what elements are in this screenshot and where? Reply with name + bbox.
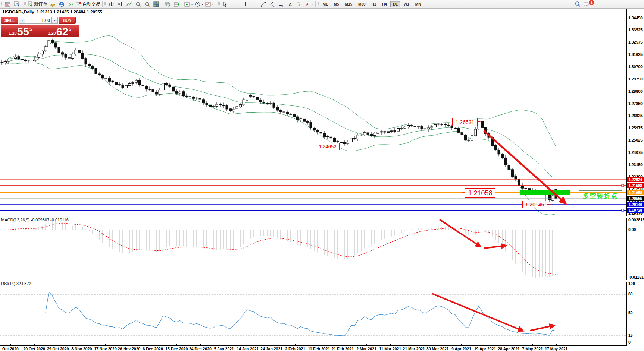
new-chart-button[interactable]: ▼ xyxy=(184,0,194,8)
timeframe-h1[interactable]: H1 xyxy=(369,1,379,7)
search-icon[interactable] xyxy=(573,0,582,8)
vertical-line-tool-icon[interactable] xyxy=(241,0,250,8)
arrange-windows-icon[interactable] xyxy=(172,0,181,8)
market-watch-icon[interactable] xyxy=(48,0,57,8)
data-window-icon[interactable] xyxy=(12,0,21,8)
main-toolbar: 新订单 自动交易 ▼ ▼ ▼ E F A T ▼ xyxy=(0,0,644,9)
date-axis-label: 2 Feb 2021 xyxy=(285,347,305,351)
price-badge: 1.20555 xyxy=(627,196,644,201)
price-axis-label: 1.31625 xyxy=(628,52,643,57)
timeframe-m30[interactable]: M30 xyxy=(356,1,368,7)
indicators-button[interactable]: ▼ xyxy=(204,0,215,8)
price-annotation-label: 1.26531 xyxy=(452,118,478,126)
channel-tool-icon[interactable]: E xyxy=(268,0,277,8)
bar-chart-icon[interactable] xyxy=(107,0,116,8)
toolbar-separator xyxy=(102,1,103,7)
toolbar-separator xyxy=(216,1,216,7)
chevron-down-icon: ▼ xyxy=(212,3,214,6)
zoom-out-icon[interactable] xyxy=(143,0,151,8)
volume-increase-button[interactable]: ▲ xyxy=(51,17,58,24)
date-axis-tick xyxy=(105,344,106,345)
new-order-button[interactable]: 新订单 xyxy=(26,0,48,8)
price-badge: 1.21058 xyxy=(627,190,644,195)
date-axis-label: 5 Jan 2021 xyxy=(214,347,234,351)
timeframe-m1[interactable]: M1 xyxy=(320,1,331,7)
line-chart-icon[interactable] xyxy=(125,0,134,8)
timeframe-mn[interactable]: MN xyxy=(413,1,424,7)
toolbar-grip[interactable] xyxy=(1,1,2,7)
date-axis-label: 19 Apr 2021 xyxy=(474,347,496,351)
date-axis-label: 2 Mar 2021 xyxy=(356,347,376,351)
date-axis-label: 6 Dec 2020 xyxy=(143,347,163,351)
pane-separator-rsi[interactable] xyxy=(0,280,644,282)
fibonacci-tool-icon[interactable]: F xyxy=(277,0,286,8)
date-axis-label: 8 Nov 2020 xyxy=(71,347,92,351)
cascade-windows-icon[interactable] xyxy=(163,0,172,8)
timeframe-w1[interactable]: W1 xyxy=(401,1,412,7)
period-button[interactable]: ▼ xyxy=(194,0,204,8)
price-axis-label: 1.34450 xyxy=(628,16,643,20)
date-axis-tick xyxy=(461,344,462,345)
sell-price-big: 55 xyxy=(17,27,29,37)
svg-text:T: T xyxy=(298,3,300,6)
volume-input[interactable] xyxy=(25,17,51,24)
date-axis-tick xyxy=(532,344,533,345)
zoom-in-icon[interactable] xyxy=(134,0,143,8)
sell-button[interactable]: SELL xyxy=(1,17,18,24)
date-axis-label: 15 Dec 2020 xyxy=(165,347,188,351)
date-axis-label: 21 Mar 2021 xyxy=(403,347,425,351)
signal-icon[interactable] xyxy=(66,0,75,8)
date-axis-tick xyxy=(343,344,343,345)
buy-price-pip: 5 xyxy=(69,27,71,32)
chart-window-icon[interactable] xyxy=(3,0,12,8)
date-axis-tick xyxy=(319,344,319,345)
shapes-tool-button[interactable]: ▼ xyxy=(304,0,314,8)
buy-price-prefix: 1.20 xyxy=(48,31,56,35)
price-axis-label: 1.25025 xyxy=(628,138,643,142)
chart-canvas[interactable] xyxy=(0,0,644,351)
buy-button[interactable]: BUY xyxy=(59,17,76,24)
label-tool-icon[interactable]: T xyxy=(295,0,304,8)
price-axis-label: 1.30700 xyxy=(628,64,643,69)
price-badge: 1.22024 xyxy=(627,177,644,182)
price-axis-label: 1.23150 xyxy=(628,162,643,167)
crosshair-icon[interactable] xyxy=(229,0,238,8)
date-axis-label: 30 Mar 2021 xyxy=(426,347,449,351)
timeframe-h4[interactable]: H4 xyxy=(379,1,390,7)
sell-quote[interactable]: 1.20 55 5 xyxy=(1,25,40,37)
volume-decrease-button[interactable]: ▼ xyxy=(19,17,25,24)
price-badge: 1.19728 xyxy=(627,208,644,213)
date-axis-label: 11 Feb 2021 xyxy=(308,347,330,351)
candlestick-chart-icon[interactable] xyxy=(116,0,125,8)
toolbar-grip[interactable] xyxy=(104,1,106,7)
autotrade-button[interactable]: 自动交易 xyxy=(75,0,101,8)
date-axis-tick xyxy=(295,344,296,345)
rsi-axis-label: 15 xyxy=(628,333,633,338)
date-axis-tick xyxy=(248,344,248,345)
date-axis-tick xyxy=(366,344,367,345)
pane-separator-macd[interactable] xyxy=(0,216,644,218)
price-axis-label: 1.25975 xyxy=(628,126,643,130)
trendline-tool-icon[interactable] xyxy=(259,0,268,8)
horizontal-line-tool-icon[interactable] xyxy=(250,0,259,8)
annotation-note-box: 多空转折点 xyxy=(579,190,622,201)
toolbar-grip[interactable] xyxy=(318,1,319,7)
tile-windows-icon[interactable] xyxy=(151,0,160,8)
timeframe-m5[interactable]: M5 xyxy=(331,1,342,7)
price-axis-label: 1.28800 xyxy=(628,89,643,94)
chevron-down-icon: ▼ xyxy=(311,3,313,6)
rsi-axis-label: 50 xyxy=(628,310,633,315)
trading-app-window: 新订单 自动交易 ▼ ▼ ▼ E F A T ▼ xyxy=(0,0,644,351)
macd-indicator-label: MACD(12,26,9) -0.009367 -0.010116 xyxy=(1,218,69,222)
timeframe-m15[interactable]: M15 xyxy=(343,1,355,7)
toolbar-separator xyxy=(162,1,162,7)
buy-quote[interactable]: 1.20 62 5 xyxy=(40,25,79,37)
timeframe-d1[interactable]: D1 xyxy=(390,1,400,7)
toolbar-grip[interactable] xyxy=(24,1,26,7)
notifications-chat-icon[interactable]: 1 xyxy=(582,0,591,8)
cursor-icon[interactable] xyxy=(221,0,229,8)
svg-text:A: A xyxy=(289,2,292,6)
toolbar-grip[interactable] xyxy=(218,1,220,7)
profiles-icon[interactable] xyxy=(57,0,66,8)
text-tool-icon[interactable]: A xyxy=(286,0,295,8)
